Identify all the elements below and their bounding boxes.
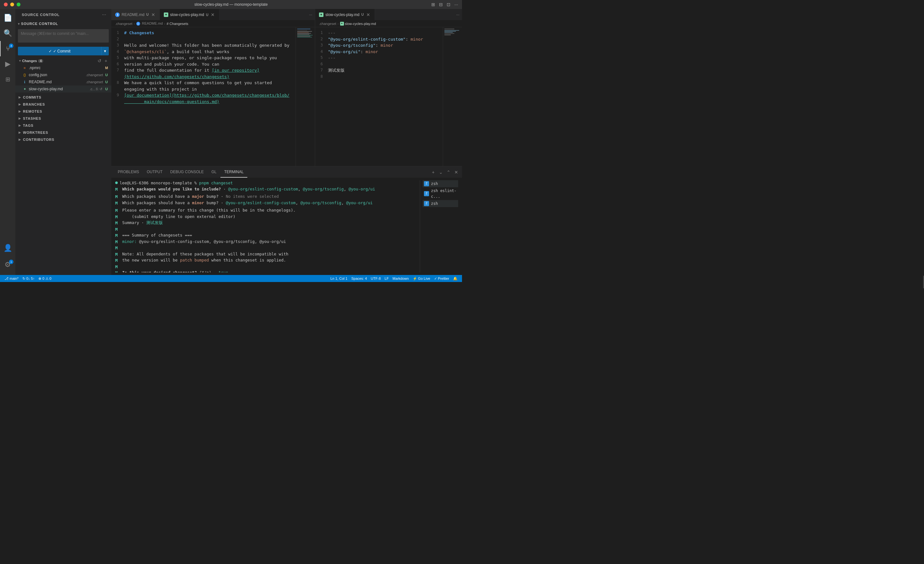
stashes-header[interactable]: ▶ STASHES bbox=[15, 115, 111, 122]
editor-more-button[interactable]: ··· bbox=[306, 9, 315, 20]
right-breadcrumb-changeset[interactable]: .changeset bbox=[319, 22, 336, 26]
file-item-readme[interactable]: ℹ README.md .changeset U bbox=[15, 78, 111, 86]
commit-dropdown-button[interactable]: ▾ bbox=[101, 47, 109, 56]
breadcrumb-readme[interactable]: ℹ README.md bbox=[136, 21, 163, 26]
panel-tab-debug[interactable]: DEBUG CONSOLE bbox=[166, 167, 208, 177]
commits-label: COMMITS bbox=[23, 95, 42, 99]
code-line-7: 7 find the full documentation for it [in… bbox=[111, 67, 296, 80]
tab-slow-cycles[interactable]: ✦ slow-cycles-play.md U ✕ bbox=[160, 9, 220, 20]
minimize-button[interactable] bbox=[10, 3, 14, 6]
right-tab-slow-cycles[interactable]: ✦ slow-cycles-play.md U ✕ bbox=[315, 9, 375, 20]
term-icon-6: M bbox=[115, 220, 120, 226]
right-line-num-5: 5 bbox=[315, 55, 328, 60]
sidebar-more-icon[interactable]: ··· bbox=[102, 12, 106, 18]
split-icon[interactable]: ⊟ bbox=[438, 1, 444, 8]
file-item-config[interactable]: {} config.json .changeset U bbox=[15, 71, 111, 78]
remotes-header[interactable]: ▶ REMOTES bbox=[15, 108, 111, 115]
activity-search[interactable]: 🔍 bbox=[0, 26, 15, 41]
status-language[interactable]: Markdown bbox=[391, 275, 411, 282]
file-item-npmrc[interactable]: ≡ .npmrc M bbox=[15, 64, 111, 71]
status-eol[interactable]: LF bbox=[382, 275, 391, 282]
commit-button[interactable]: ✓ ✓ Commit bbox=[18, 47, 101, 56]
sc-section-header[interactable]: ▾ SOURCE CONTROL bbox=[15, 20, 111, 27]
source-control-badge: 4 bbox=[9, 44, 14, 48]
worktrees-label: WORKTREES bbox=[23, 131, 48, 134]
editor-area: ℹ README.md U ✕ ✦ slow-cycles-play.md U … bbox=[111, 9, 462, 275]
left-code-editor[interactable]: 1 # Changesets 2 3 Hello and welcome! Th… bbox=[111, 27, 296, 166]
terminal-main[interactable]: lee@LXS-6306 monorepo-template % pnpm ch… bbox=[115, 180, 417, 272]
undo-icon[interactable]: ↺ bbox=[99, 87, 103, 91]
status-sync[interactable]: ↻ 0↓ 5↑ bbox=[21, 275, 36, 282]
right-tab-bar: ✦ slow-cycles-play.md U ✕ ··· bbox=[315, 9, 462, 20]
terminal-session-3[interactable]: Z zsh bbox=[423, 200, 458, 207]
activity-settings[interactable]: ⚙ 1 bbox=[0, 257, 15, 272]
section-branches: ▶ BRANCHES bbox=[15, 101, 111, 108]
status-right: Ln 1, Col 1 Spaces: 4 UTF-8 LF Markdown … bbox=[328, 275, 459, 282]
status-bar: ⎇ main* ↻ 0↓ 5↑ ⊗ 0 ⚠ 0 Ln 1, Col 1 Spac… bbox=[0, 275, 462, 282]
layout-icon[interactable]: ⊞ bbox=[430, 1, 436, 8]
activity-source-control[interactable]: ⑂ 4 bbox=[0, 41, 15, 56]
commit-input-area bbox=[15, 27, 111, 45]
right-tab-close[interactable]: ✕ bbox=[366, 12, 371, 17]
term-text-11: Note: All dependents of these packages t… bbox=[122, 251, 288, 257]
file-name-npmrc: .npmrc bbox=[29, 66, 103, 70]
slow-cycles-tab-close[interactable]: ✕ bbox=[210, 12, 215, 17]
panel-maximize-icon[interactable]: ⌃ bbox=[446, 169, 452, 175]
file-item-slow-cycles[interactable]: ✦ slow-cycles-play.md .c... ⎘ ↺ U bbox=[15, 86, 111, 93]
panel-tab-problems[interactable]: PROBLEMS bbox=[114, 167, 143, 177]
right-line-num-8: 8 bbox=[315, 74, 328, 80]
activity-run[interactable]: ▶ bbox=[0, 56, 15, 72]
golive-label: Go Live bbox=[418, 277, 430, 280]
status-spaces[interactable]: Spaces: 4 bbox=[350, 275, 369, 282]
status-position[interactable]: Ln 1, Col 1 bbox=[328, 275, 350, 282]
breadcrumb-changeset[interactable]: .changeset bbox=[115, 22, 132, 26]
status-golive[interactable]: ⚡ Go Live bbox=[411, 275, 432, 282]
panel-tab-gl[interactable]: GL bbox=[208, 167, 220, 177]
tags-header[interactable]: ▶ TAGS bbox=[15, 122, 111, 129]
add-terminal-icon[interactable]: + bbox=[430, 169, 436, 175]
branches-header[interactable]: ▶ BRANCHES bbox=[15, 101, 111, 108]
terminal-session-1[interactable]: Z zsh bbox=[423, 180, 458, 187]
term-line-10: M bbox=[115, 245, 417, 251]
code-line-5: 5 with multi-package repos, or single-pa… bbox=[111, 55, 296, 61]
right-code-editor[interactable]: 1 --- 2 "@you-org/eslint-config-custom":… bbox=[315, 27, 443, 166]
status-prettier[interactable]: ✓ Prettier bbox=[432, 275, 451, 282]
tab-readme[interactable]: ℹ README.md U ✕ bbox=[111, 9, 160, 20]
changes-header[interactable]: ▾ Changes 4 ↺ + bbox=[15, 57, 111, 64]
panel-close-icon[interactable]: ✕ bbox=[453, 169, 459, 175]
status-errors[interactable]: ⊗ 0 ⚠ 0 bbox=[36, 275, 53, 282]
section-worktrees: ▶ WORKTREES bbox=[15, 129, 111, 136]
commits-header[interactable]: ▶ COMMITS bbox=[15, 94, 111, 101]
status-branch[interactable]: ⎇ main* bbox=[3, 275, 21, 282]
right-line-content-1: --- bbox=[328, 30, 443, 36]
readme-tab-close[interactable]: ✕ bbox=[151, 12, 156, 17]
right-editor-more-button[interactable]: ··· bbox=[454, 9, 462, 20]
panel-dropdown-icon[interactable]: ⌄ bbox=[438, 169, 444, 175]
right-line-num-4: 4 bbox=[315, 49, 328, 54]
term-prompt-text: lee@LXS-6306 monorepo-template % pnpm ch… bbox=[120, 180, 233, 186]
term-line-4: M Please enter a summary for this change… bbox=[115, 208, 417, 214]
copy-icon[interactable]: ⎘ bbox=[95, 87, 99, 91]
status-encoding[interactable]: UTF-8 bbox=[369, 275, 382, 282]
discard-all-icon[interactable]: ↺ bbox=[97, 58, 102, 64]
terminal-session-2[interactable]: Z zsh eslint-c... bbox=[423, 187, 458, 200]
activity-account[interactable]: 👤 bbox=[0, 241, 15, 256]
commit-message-input[interactable] bbox=[18, 29, 109, 42]
panel-tab-terminal[interactable]: TERMINAL bbox=[220, 167, 248, 177]
line-num-2: 2 bbox=[111, 36, 124, 42]
term-icon-11: M bbox=[115, 251, 120, 258]
maximize-button[interactable] bbox=[16, 3, 21, 6]
right-line-2: 2 "@you-org/eslint-config-custom": minor bbox=[315, 36, 443, 42]
status-notifications[interactable]: 🔔 bbox=[451, 275, 459, 282]
more-icon[interactable]: ··· bbox=[453, 1, 459, 8]
prettier-label: Prettier bbox=[438, 277, 449, 280]
worktrees-header[interactable]: ▶ WORKTREES bbox=[15, 129, 111, 136]
panels-icon[interactable]: ⊡ bbox=[446, 1, 452, 8]
panel-tab-output[interactable]: OUTPUT bbox=[143, 167, 166, 177]
activity-extensions[interactable]: ⊞ bbox=[0, 72, 15, 87]
panel-controls: + ⌄ ⌃ ✕ bbox=[430, 169, 459, 175]
close-button[interactable] bbox=[4, 3, 8, 6]
stage-all-icon[interactable]: + bbox=[103, 58, 109, 64]
contributors-header[interactable]: ▶ CONTRIBUTORS bbox=[15, 136, 111, 143]
activity-explorer[interactable]: 📄 bbox=[0, 10, 15, 26]
